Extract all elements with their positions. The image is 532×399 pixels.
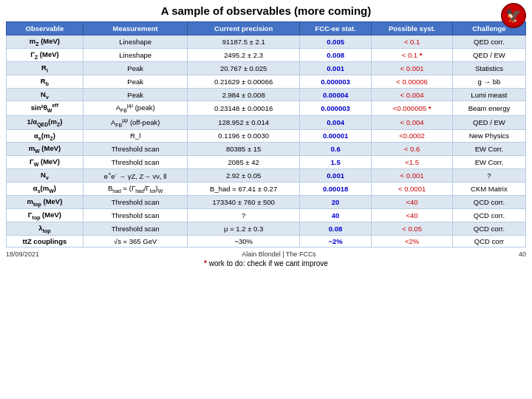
cell-observable: Γtop (MeV) <box>7 208 83 222</box>
cell-observable: Rl <box>7 61 83 75</box>
cell-measurement: AFBμμ (peak) <box>83 101 188 115</box>
cell-possible-syst: <2% <box>372 235 453 247</box>
cell-measurement: Threshold scan <box>83 208 188 222</box>
cell-possible-syst: < 0.0001 <box>372 183 453 196</box>
cell-possible-syst: < 0.05 <box>372 222 453 235</box>
cell-fccee-stat: 0.00004 <box>299 88 371 101</box>
col-current-precision: Current precision <box>188 22 299 35</box>
cell-fccee-stat: 0.008 <box>299 48 371 61</box>
footer-note-text: work to do: check if we cant improve <box>209 259 328 267</box>
cell-possible-syst: < 0.001 <box>372 169 453 183</box>
col-observable: Observable <box>7 22 83 35</box>
cell-measurement: Bhad = (Γhad/Γtot)W <box>83 183 188 196</box>
cell-observable: λtop <box>7 222 83 235</box>
cell-challenge: QCD corr. <box>452 196 525 209</box>
cell-challenge: Beam energy <box>452 101 525 115</box>
cell-measurement: Peak <box>83 61 188 75</box>
cell-measurement: AFBμμ (off-peak) <box>83 115 188 129</box>
cell-current-precision: ~30% <box>188 235 299 247</box>
table-row: 1/αQED(mZ)AFBμμ (off-peak)128.952 ± 0.01… <box>7 115 526 129</box>
footer-page: 40 <box>519 250 526 258</box>
cell-challenge: ? <box>452 169 525 183</box>
cell-current-precision: 91187.5 ± 2.1 <box>188 35 299 49</box>
cell-fccee-stat: 0.005 <box>299 35 371 49</box>
cell-fccee-stat: 0.6 <box>299 143 371 156</box>
cell-challenge: QCD corr. <box>452 208 525 222</box>
footer-note: * work to do: check if we cant improve <box>6 259 526 267</box>
cell-measurement: Peak <box>83 88 188 101</box>
cell-possible-syst: < 0.00006 <box>372 75 453 88</box>
cell-possible-syst: <0.0002 <box>372 129 453 143</box>
table-row: sin²θWeffAFBμμ (peak)0.23148 ± 0.000160.… <box>7 101 526 115</box>
table-row: ttZ couplings√s = 365 GeV~30%~2%<2%QCD c… <box>7 235 526 247</box>
page-title: A sample of observables (more coming) <box>6 4 526 17</box>
logo: 🦅 <box>501 3 528 30</box>
table-row: ΓZ (MeV)Lineshape2495.2 ± 2.30.008< 0.1 … <box>7 48 526 61</box>
star-symbol: * <box>204 259 207 267</box>
table-row: ΓW (MeV)Threshold scan2085 ± 421.5<1.5EW… <box>7 156 526 169</box>
cell-fccee-stat: 0.001 <box>299 61 371 75</box>
cell-observable: mW (MeV) <box>7 143 83 156</box>
cell-observable: ΓW (MeV) <box>7 156 83 169</box>
cell-current-precision: 20.767 ± 0.025 <box>188 61 299 75</box>
logo-icon: 🦅 <box>501 3 526 28</box>
cell-possible-syst: < 0.1 <box>372 35 453 49</box>
cell-fccee-stat: 0.004 <box>299 115 371 129</box>
col-measurement: Measurement <box>83 22 188 35</box>
cell-fccee-stat: ~2% <box>299 235 371 247</box>
cell-current-precision: 0.21629 ± 0.00066 <box>188 75 299 88</box>
cell-measurement: Threshold scan <box>83 196 188 209</box>
table-row: mW (MeV)Threshold scan80385 ± 150.6< 0.6… <box>7 143 526 156</box>
cell-fccee-stat: 40 <box>299 208 371 222</box>
cell-challenge: QED corr. <box>452 35 525 49</box>
footer: 18/09/2021 Alain Blondel | The FCCs 40 <box>6 250 526 258</box>
cell-measurement: Peak <box>83 75 188 88</box>
cell-observable: mZ (MeV) <box>7 35 83 49</box>
cell-challenge: g → bb <box>452 75 525 88</box>
cell-fccee-stat: 1.5 <box>299 156 371 169</box>
cell-current-precision: μ = 1.2 ± 0.3 <box>188 222 299 235</box>
cell-challenge: QED / EW <box>452 115 525 129</box>
cell-possible-syst: <0.000005 * <box>372 101 453 115</box>
cell-fccee-stat: 20 <box>299 196 371 209</box>
table-row: mtop (MeV)Threshold scan173340 ± 760 ± 5… <box>7 196 526 209</box>
observables-table: Observable Measurement Current precision… <box>6 21 526 248</box>
table-row: Γtop (MeV)Threshold scan?40<40QCD corr. <box>7 208 526 222</box>
cell-current-precision: 2495.2 ± 2.3 <box>188 48 299 61</box>
cell-possible-syst: < 0.6 <box>372 143 453 156</box>
cell-challenge: Lumi meast <box>452 88 525 101</box>
page: 🦅 A sample of observables (more coming) … <box>0 0 532 399</box>
cell-observable: αs(mZ) <box>7 129 83 143</box>
table-row: αs(mW)Bhad = (Γhad/Γtot)WB_had = 67.41 ±… <box>7 183 526 196</box>
cell-measurement: e+e- → γZ, Z→ νν, ll <box>83 169 188 183</box>
table-row: λtopThreshold scanμ = 1.2 ± 0.30.08< 0.0… <box>7 222 526 235</box>
col-fccee-stat: FCC-ee stat. <box>299 22 371 35</box>
col-possible-syst: Possible syst. <box>372 22 453 35</box>
cell-current-precision: 80385 ± 15 <box>188 143 299 156</box>
cell-possible-syst: <1.5 <box>372 156 453 169</box>
cell-possible-syst: < 0.001 <box>372 61 453 75</box>
table-row: Nνe+e- → γZ, Z→ νν, ll2.92 ± 0.050.001< … <box>7 169 526 183</box>
cell-fccee-stat: 0.001 <box>299 169 371 183</box>
cell-possible-syst: < 0.004 <box>372 88 453 101</box>
cell-current-precision: 0.23148 ± 0.00016 <box>188 101 299 115</box>
cell-challenge: CKM Matrix <box>452 183 525 196</box>
cell-observable: mtop (MeV) <box>7 196 83 209</box>
cell-measurement: Threshold scan <box>83 156 188 169</box>
cell-fccee-stat: 0.00001 <box>299 129 371 143</box>
cell-possible-syst: <40 <box>372 208 453 222</box>
cell-challenge: QED / EW <box>452 48 525 61</box>
cell-observable: 1/αQED(mZ) <box>7 115 83 129</box>
cell-possible-syst: <40 <box>372 196 453 209</box>
cell-challenge: QCD corr. <box>452 222 525 235</box>
cell-measurement: Threshold scan <box>83 143 188 156</box>
cell-current-precision: 2.92 ± 0.05 <box>188 169 299 183</box>
cell-observable: Rb <box>7 75 83 88</box>
cell-challenge: EW Corr. <box>452 156 525 169</box>
cell-observable: ttZ couplings <box>7 235 83 247</box>
cell-measurement: Lineshape <box>83 48 188 61</box>
cell-observable: Nν <box>7 88 83 101</box>
cell-observable: Nν <box>7 169 83 183</box>
cell-fccee-stat: 0.00018 <box>299 183 371 196</box>
cell-measurement: R_l <box>83 129 188 143</box>
